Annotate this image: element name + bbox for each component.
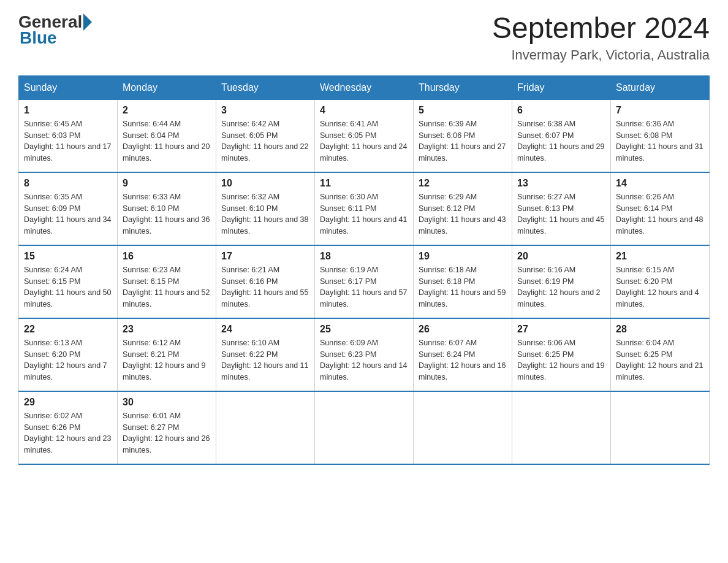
calendar-week-row: 8 Sunrise: 6:35 AM Sunset: 6:09 PM Dayli… (19, 172, 710, 245)
logo-blue-text: Blue (20, 28, 57, 48)
header-saturday: Saturday (611, 75, 710, 99)
day-number: 17 (221, 251, 309, 262)
calendar-day-cell: 16 Sunrise: 6:23 AM Sunset: 6:15 PM Dayl… (118, 245, 216, 318)
day-number: 13 (517, 178, 605, 189)
day-number: 12 (419, 178, 507, 189)
day-info: Sunrise: 6:35 AM Sunset: 6:09 PM Dayligh… (24, 191, 112, 237)
day-info: Sunrise: 6:15 AM Sunset: 6:20 PM Dayligh… (616, 264, 704, 310)
calendar-day-cell: 2 Sunrise: 6:44 AM Sunset: 6:04 PM Dayli… (118, 99, 216, 172)
calendar-week-row: 15 Sunrise: 6:24 AM Sunset: 6:15 PM Dayl… (19, 245, 710, 318)
day-info: Sunrise: 6:26 AM Sunset: 6:14 PM Dayligh… (616, 191, 704, 237)
calendar-day-cell: 18 Sunrise: 6:19 AM Sunset: 6:17 PM Dayl… (315, 245, 414, 318)
calendar-day-cell (216, 391, 315, 464)
calendar-day-cell: 10 Sunrise: 6:32 AM Sunset: 6:10 PM Dayl… (216, 172, 315, 245)
calendar-day-cell: 27 Sunrise: 6:06 AM Sunset: 6:25 PM Dayl… (512, 318, 611, 391)
day-number: 2 (123, 105, 211, 116)
header-friday: Friday (512, 75, 611, 99)
calendar-day-cell: 1 Sunrise: 6:45 AM Sunset: 6:03 PM Dayli… (19, 99, 118, 172)
day-number: 30 (123, 397, 211, 408)
day-info: Sunrise: 6:04 AM Sunset: 6:25 PM Dayligh… (616, 337, 704, 383)
calendar-day-cell: 28 Sunrise: 6:04 AM Sunset: 6:25 PM Dayl… (611, 318, 710, 391)
day-info: Sunrise: 6:12 AM Sunset: 6:21 PM Dayligh… (123, 337, 211, 383)
header-tuesday: Tuesday (216, 75, 315, 99)
day-number: 28 (616, 324, 704, 335)
page-header: General Blue September 2024 Invermay Par… (18, 12, 710, 63)
day-number: 24 (221, 324, 309, 335)
day-info: Sunrise: 6:27 AM Sunset: 6:13 PM Dayligh… (517, 191, 605, 237)
day-number: 11 (320, 178, 408, 189)
day-info: Sunrise: 6:16 AM Sunset: 6:19 PM Dayligh… (517, 264, 605, 310)
day-number: 21 (616, 251, 704, 262)
calendar-table: Sunday Monday Tuesday Wednesday Thursday… (18, 75, 710, 465)
day-info: Sunrise: 6:09 AM Sunset: 6:23 PM Dayligh… (320, 337, 408, 383)
day-info: Sunrise: 6:45 AM Sunset: 6:03 PM Dayligh… (24, 118, 112, 164)
logo: General Blue (18, 12, 92, 48)
day-info: Sunrise: 6:44 AM Sunset: 6:04 PM Dayligh… (123, 118, 211, 164)
calendar-day-cell: 22 Sunrise: 6:13 AM Sunset: 6:20 PM Dayl… (19, 318, 118, 391)
header-thursday: Thursday (414, 75, 512, 99)
calendar-day-cell: 30 Sunrise: 6:01 AM Sunset: 6:27 PM Dayl… (118, 391, 216, 464)
day-info: Sunrise: 6:42 AM Sunset: 6:05 PM Dayligh… (221, 118, 309, 164)
calendar-day-cell (315, 391, 414, 464)
day-info: Sunrise: 6:01 AM Sunset: 6:27 PM Dayligh… (123, 410, 211, 456)
day-number: 23 (123, 324, 211, 335)
calendar-week-row: 22 Sunrise: 6:13 AM Sunset: 6:20 PM Dayl… (19, 318, 710, 391)
day-info: Sunrise: 6:18 AM Sunset: 6:18 PM Dayligh… (419, 264, 507, 310)
day-info: Sunrise: 6:19 AM Sunset: 6:17 PM Dayligh… (320, 264, 408, 310)
day-info: Sunrise: 6:39 AM Sunset: 6:06 PM Dayligh… (419, 118, 507, 164)
header-sunday: Sunday (19, 75, 118, 99)
day-info: Sunrise: 6:07 AM Sunset: 6:24 PM Dayligh… (419, 337, 507, 383)
day-info: Sunrise: 6:06 AM Sunset: 6:25 PM Dayligh… (517, 337, 605, 383)
day-number: 5 (419, 105, 507, 116)
day-number: 25 (320, 324, 408, 335)
month-title: September 2024 (492, 12, 710, 45)
day-number: 8 (24, 178, 112, 189)
title-area: September 2024 Invermay Park, Victoria, … (492, 12, 710, 63)
calendar-day-cell: 29 Sunrise: 6:02 AM Sunset: 6:26 PM Dayl… (19, 391, 118, 464)
day-info: Sunrise: 6:29 AM Sunset: 6:12 PM Dayligh… (419, 191, 507, 237)
day-info: Sunrise: 6:38 AM Sunset: 6:07 PM Dayligh… (517, 118, 605, 164)
calendar-day-cell: 9 Sunrise: 6:33 AM Sunset: 6:10 PM Dayli… (118, 172, 216, 245)
day-info: Sunrise: 6:02 AM Sunset: 6:26 PM Dayligh… (24, 410, 112, 456)
logo-arrow-icon (83, 13, 92, 31)
day-info: Sunrise: 6:23 AM Sunset: 6:15 PM Dayligh… (123, 264, 211, 310)
day-info: Sunrise: 6:36 AM Sunset: 6:08 PM Dayligh… (616, 118, 704, 164)
location-title: Invermay Park, Victoria, Australia (492, 47, 710, 63)
calendar-day-cell: 20 Sunrise: 6:16 AM Sunset: 6:19 PM Dayl… (512, 245, 611, 318)
calendar-day-cell: 14 Sunrise: 6:26 AM Sunset: 6:14 PM Dayl… (611, 172, 710, 245)
calendar-day-cell: 7 Sunrise: 6:36 AM Sunset: 6:08 PM Dayli… (611, 99, 710, 172)
day-number: 6 (517, 105, 605, 116)
calendar-day-cell: 25 Sunrise: 6:09 AM Sunset: 6:23 PM Dayl… (315, 318, 414, 391)
calendar-day-cell (414, 391, 512, 464)
day-number: 19 (419, 251, 507, 262)
calendar-day-cell: 3 Sunrise: 6:42 AM Sunset: 6:05 PM Dayli… (216, 99, 315, 172)
day-number: 20 (517, 251, 605, 262)
calendar-day-cell: 26 Sunrise: 6:07 AM Sunset: 6:24 PM Dayl… (414, 318, 512, 391)
header-wednesday: Wednesday (315, 75, 414, 99)
calendar-day-cell: 5 Sunrise: 6:39 AM Sunset: 6:06 PM Dayli… (414, 99, 512, 172)
day-info: Sunrise: 6:41 AM Sunset: 6:05 PM Dayligh… (320, 118, 408, 164)
day-info: Sunrise: 6:21 AM Sunset: 6:16 PM Dayligh… (221, 264, 309, 310)
calendar-day-cell (611, 391, 710, 464)
calendar-day-cell (512, 391, 611, 464)
calendar-day-cell: 12 Sunrise: 6:29 AM Sunset: 6:12 PM Dayl… (414, 172, 512, 245)
calendar-day-cell: 4 Sunrise: 6:41 AM Sunset: 6:05 PM Dayli… (315, 99, 414, 172)
calendar-day-cell: 6 Sunrise: 6:38 AM Sunset: 6:07 PM Dayli… (512, 99, 611, 172)
day-number: 26 (419, 324, 507, 335)
calendar-day-cell: 23 Sunrise: 6:12 AM Sunset: 6:21 PM Dayl… (118, 318, 216, 391)
calendar-day-cell: 11 Sunrise: 6:30 AM Sunset: 6:11 PM Dayl… (315, 172, 414, 245)
day-number: 10 (221, 178, 309, 189)
day-number: 15 (24, 251, 112, 262)
calendar-day-cell: 8 Sunrise: 6:35 AM Sunset: 6:09 PM Dayli… (19, 172, 118, 245)
calendar-week-row: 29 Sunrise: 6:02 AM Sunset: 6:26 PM Dayl… (19, 391, 710, 464)
calendar-day-cell: 13 Sunrise: 6:27 AM Sunset: 6:13 PM Dayl… (512, 172, 611, 245)
day-number: 29 (24, 397, 112, 408)
day-number: 1 (24, 105, 112, 116)
day-info: Sunrise: 6:30 AM Sunset: 6:11 PM Dayligh… (320, 191, 408, 237)
day-number: 22 (24, 324, 112, 335)
day-number: 7 (616, 105, 704, 116)
day-info: Sunrise: 6:32 AM Sunset: 6:10 PM Dayligh… (221, 191, 309, 237)
day-number: 9 (123, 178, 211, 189)
day-number: 18 (320, 251, 408, 262)
day-number: 4 (320, 105, 408, 116)
